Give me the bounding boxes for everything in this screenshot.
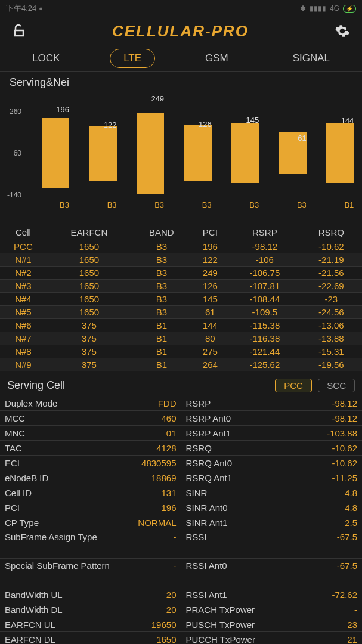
table-cell: -23 bbox=[301, 293, 362, 306]
table-header: RSRQ bbox=[301, 225, 362, 240]
network-label: 4G bbox=[330, 4, 339, 13]
table-cell: 126 bbox=[191, 280, 229, 293]
table-cell: -22.69 bbox=[301, 280, 362, 293]
kv-label: eNodeB ID bbox=[5, 473, 48, 483]
kv-row: SINR Ant04.8 bbox=[181, 500, 363, 515]
kv-value: 4830595 bbox=[141, 458, 176, 468]
kv-label: RSRP Ant0 bbox=[186, 413, 231, 423]
tab-lte[interactable]: LTE bbox=[110, 49, 155, 68]
cell-table: CellEARFCNBANDPCIRSRPRSRQ PCC1650B3196-9… bbox=[0, 225, 362, 371]
table-cell: B3 bbox=[132, 306, 191, 319]
kv-row: RSSI-67.5 bbox=[181, 530, 363, 559]
kv-row: SINR Ant12.5 bbox=[181, 515, 363, 530]
table-cell: 144 bbox=[191, 319, 229, 332]
table-cell: N#1 bbox=[0, 253, 47, 267]
table-cell: 1650 bbox=[47, 280, 132, 293]
bar-value: 249 bbox=[151, 94, 164, 103]
kv-row: PCI196 bbox=[0, 500, 181, 515]
kv-label: RSRQ bbox=[186, 443, 212, 453]
table-cell: B1 bbox=[132, 332, 191, 345]
bar bbox=[137, 113, 164, 194]
kv-value: - bbox=[174, 561, 177, 571]
kv-value: -10.62 bbox=[332, 443, 357, 453]
tab-bar: LOCK LTE GSM SIGNAL bbox=[0, 45, 362, 72]
kv-value: - bbox=[354, 605, 357, 615]
kv-row: EARFCN DL1650 bbox=[0, 632, 181, 644]
tab-lock[interactable]: LOCK bbox=[18, 48, 74, 69]
table-cell: N#7 bbox=[0, 332, 47, 345]
kv-value: -11.25 bbox=[332, 473, 357, 483]
table-row: N#51650B361-109.5-24.56 bbox=[0, 306, 362, 319]
scc-pill[interactable]: SCC bbox=[318, 379, 355, 392]
table-cell: 1650 bbox=[47, 240, 132, 253]
kv-label: SINR bbox=[186, 488, 208, 498]
status-time: 下午4:24 bbox=[6, 3, 36, 14]
kv-label: PUSCH TxPower bbox=[186, 620, 255, 630]
table-cell: B3 bbox=[132, 280, 191, 293]
kv-label: Cell ID bbox=[5, 488, 32, 498]
table-cell: 1650 bbox=[47, 253, 132, 267]
table-cell: N#2 bbox=[0, 267, 47, 280]
kv-label: EARFCN DL bbox=[5, 634, 55, 645]
signal-icon: ▮▮▮▮ bbox=[310, 4, 326, 13]
table-cell: -21.19 bbox=[301, 253, 362, 267]
kv-value: - bbox=[174, 532, 177, 542]
kv-value: 460 bbox=[161, 413, 176, 423]
lock-icon[interactable] bbox=[12, 24, 26, 38]
bar-group: 144B1 bbox=[311, 112, 354, 195]
kv-label: RSSI Ant1 bbox=[186, 590, 227, 600]
table-cell: 1650 bbox=[47, 293, 132, 306]
kv-value: -72.62 bbox=[332, 590, 357, 600]
kv-row: Duplex ModeFDD bbox=[0, 396, 181, 411]
table-cell: -108.44 bbox=[229, 293, 301, 306]
kv-row: RSSI Ant1-72.62 bbox=[181, 587, 363, 602]
kv-label: PRACH TxPower bbox=[186, 605, 255, 615]
table-cell: B1 bbox=[132, 345, 191, 358]
table-cell: N#3 bbox=[0, 280, 47, 293]
kv-label: RSRP Ant1 bbox=[186, 428, 231, 438]
kv-label: SINR Ant1 bbox=[186, 518, 228, 528]
table-cell: -115.38 bbox=[229, 319, 301, 332]
table-cell: B3 bbox=[132, 267, 191, 280]
bar-category: B3 bbox=[249, 200, 259, 209]
serving-cell-title: Serving Cell bbox=[7, 379, 65, 392]
tab-gsm[interactable]: GSM bbox=[191, 48, 243, 69]
tab-signal[interactable]: SIGNAL bbox=[279, 48, 344, 69]
bar-group: 196B3 bbox=[26, 112, 69, 195]
kv-row: RSRP Ant1-103.88 bbox=[181, 426, 363, 441]
bar-group: 145B3 bbox=[216, 112, 259, 195]
bar-group: 249B3 bbox=[121, 112, 164, 195]
kv-label: TAC bbox=[5, 443, 22, 453]
pcc-pill[interactable]: PCC bbox=[275, 379, 312, 392]
table-cell: 375 bbox=[47, 358, 132, 371]
kv-label: MCC bbox=[5, 413, 25, 423]
table-cell: 61 bbox=[191, 306, 229, 319]
bar bbox=[42, 118, 69, 188]
table-cell: N#6 bbox=[0, 319, 47, 332]
table-cell: -98.12 bbox=[229, 240, 301, 253]
kv-row: MNC01 bbox=[0, 426, 181, 441]
gear-icon[interactable] bbox=[335, 23, 350, 39]
kv-value: -98.12 bbox=[332, 398, 357, 408]
kv-value: FDD bbox=[158, 398, 177, 408]
table-cell: N#5 bbox=[0, 306, 47, 319]
table-cell: B1 bbox=[132, 358, 191, 371]
kv-row: Special SubFrame Pattern- bbox=[0, 559, 181, 587]
kv-row: EARFCN UL19650 bbox=[0, 617, 181, 632]
bar-category: B3 bbox=[202, 200, 212, 209]
kv-value: 1650 bbox=[156, 634, 176, 645]
table-cell: -10.62 bbox=[301, 240, 362, 253]
kv-value: 196 bbox=[161, 503, 176, 513]
table-cell: -106 bbox=[229, 253, 301, 267]
table-cell: -13.88 bbox=[301, 332, 362, 345]
table-cell: -106.75 bbox=[229, 267, 301, 280]
kv-row: RSRP-98.12 bbox=[181, 396, 363, 411]
kv-row: PUSCH TxPower23 bbox=[181, 617, 363, 632]
table-cell: -13.06 bbox=[301, 319, 362, 332]
bar-group: 122B3 bbox=[73, 112, 116, 195]
serving-nei-chart: 26060-140 196B3122B3249B3126B3145B361B31… bbox=[0, 94, 362, 225]
table-row: N#21650B3249-106.75-21.56 bbox=[0, 267, 362, 280]
table-header: BAND bbox=[132, 225, 191, 240]
app-title: Cellular-Pro bbox=[112, 22, 249, 41]
bar-category: B3 bbox=[297, 200, 307, 209]
